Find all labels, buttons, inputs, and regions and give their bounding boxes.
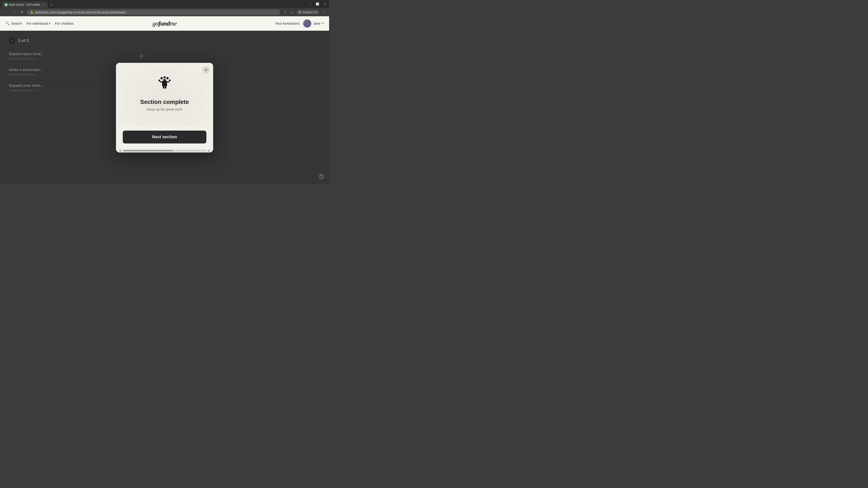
- navbar: 🔍 Search For individuals ▾ For charities…: [0, 16, 329, 31]
- svg-point-6: [166, 77, 168, 79]
- svg-point-10: [165, 79, 166, 80]
- active-tab[interactable]: Build a team - GoFundMe ✕: [2, 2, 48, 8]
- window-controls: ─ ⬜ ✕: [307, 1, 327, 8]
- chevron-down-icon: ▾: [49, 22, 51, 25]
- tab-list: Build a team - GoFundMe ✕ +: [2, 2, 55, 8]
- svg-rect-7: [162, 81, 167, 86]
- close-icon: ✕: [205, 68, 208, 72]
- for-individuals-label: For individuals: [26, 22, 49, 25]
- scroll-track[interactable]: [123, 150, 206, 151]
- modal-top: ✕: [116, 63, 213, 126]
- user-name: Jane: [313, 22, 320, 25]
- svg-point-0: [299, 11, 301, 12]
- reload-button[interactable]: ↻: [19, 9, 25, 15]
- svg-rect-12: [165, 86, 166, 89]
- title-bar: Build a team - GoFundMe ✕ + ─ ⬜ ✕: [0, 0, 329, 8]
- modal-close-button[interactable]: ✕: [202, 66, 210, 74]
- incognito-button[interactable]: Incognito (2): [296, 10, 319, 15]
- modal-overlay: ✕: [0, 31, 329, 184]
- url-text: gofundme.com/manage/help-me-fund-raise-f…: [35, 11, 277, 14]
- svg-point-15: [158, 79, 160, 81]
- address-bar: ← → ↻ 🔒 gofundme.com/manage/help-me-fund…: [0, 8, 329, 16]
- scroll-thumb[interactable]: [123, 150, 173, 151]
- bookmark-button[interactable]: ☆: [282, 9, 288, 15]
- page: 🔍 Search For individuals ▾ For charities…: [0, 16, 329, 184]
- svg-point-5: [163, 76, 166, 78]
- close-window-button[interactable]: ✕: [322, 1, 327, 7]
- user-avatar: [303, 20, 311, 28]
- nav-left: 🔍 Search For individuals ▾ For charities: [5, 22, 74, 26]
- svg-point-9: [163, 79, 164, 80]
- sidebar-button[interactable]: ▭: [289, 9, 296, 15]
- user-menu[interactable]: Jane ▾: [303, 20, 324, 28]
- completion-modal: ✕: [116, 63, 213, 153]
- nav-right: Your fundraisers Jane ▾: [275, 20, 324, 28]
- modal-bottom: Next section: [116, 126, 213, 149]
- next-section-button[interactable]: Next section: [123, 131, 206, 143]
- new-tab-button[interactable]: +: [48, 2, 55, 8]
- svg-rect-13: [160, 81, 162, 83]
- tab-title: Build a team - GoFundMe: [9, 3, 40, 6]
- toolbar-right: ☆ ▭ Incognito (2) ⋮: [282, 9, 327, 15]
- your-fundraisers-link[interactable]: Your fundraisers: [275, 22, 300, 25]
- svg-point-16: [169, 79, 170, 81]
- svg-rect-14: [167, 81, 169, 83]
- minimize-button[interactable]: ─: [307, 1, 313, 7]
- search-link[interactable]: 🔍 Search: [5, 22, 22, 26]
- scroll-left-arrow[interactable]: ◀: [118, 150, 122, 152]
- site-logo[interactable]: gofundme: [152, 20, 177, 27]
- security-icon: 🔒: [30, 11, 33, 14]
- completion-icon: [157, 76, 173, 95]
- incognito-icon: [298, 11, 301, 14]
- user-chevron-icon: ▾: [322, 22, 324, 25]
- for-charities-link[interactable]: For charities: [55, 22, 74, 25]
- search-icon: 🔍: [5, 22, 10, 26]
- logo-text: gofundme: [152, 20, 177, 27]
- for-individuals-link[interactable]: For individuals ▾: [26, 22, 51, 25]
- url-bar[interactable]: 🔒 gofundme.com/manage/help-me-fund-raise…: [27, 9, 280, 15]
- maximize-button[interactable]: ⬜: [315, 1, 320, 7]
- tab-close-button[interactable]: ✕: [41, 3, 45, 6]
- svg-point-4: [160, 77, 163, 79]
- scroll-right-arrow[interactable]: ▶: [207, 150, 211, 152]
- back-button[interactable]: ←: [3, 9, 9, 15]
- for-charities-label: For charities: [55, 22, 74, 25]
- page-content: ✓ 3 of 3 Explore team fund... Discover e…: [0, 31, 329, 184]
- svg-rect-11: [163, 86, 164, 89]
- tab-favicon: [4, 3, 8, 6]
- modal-subtitle: Keep up the great work: [147, 107, 182, 111]
- incognito-label: Incognito (2): [302, 11, 317, 14]
- browser-chrome: Build a team - GoFundMe ✕ + ─ ⬜ ✕ ← → ↻ …: [0, 0, 329, 16]
- modal-scrollbar[interactable]: ◀ ▶: [116, 149, 213, 153]
- search-label: Search: [11, 22, 22, 25]
- forward-button[interactable]: →: [11, 9, 17, 15]
- modal-title: Section complete: [140, 98, 189, 105]
- menu-button[interactable]: ⋮: [320, 9, 327, 15]
